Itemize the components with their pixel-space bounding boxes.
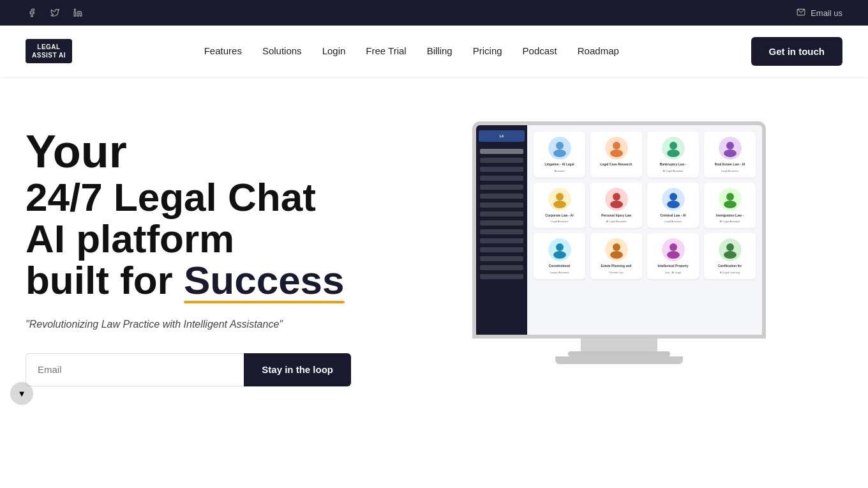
card-sub: Lawyer Assistant [550, 271, 569, 274]
svg-point-37 [726, 243, 734, 251]
svg-point-14 [724, 149, 737, 157]
email-signup-row: Stay in the loop [26, 353, 351, 386]
card-title: Bankruptcy Law - [660, 162, 687, 167]
sidebar-mock-item [480, 202, 523, 208]
nav-features-link[interactable]: Features [204, 45, 242, 56]
monitor-avatar [719, 137, 742, 160]
logo-text-2: ASSIST AI [32, 52, 66, 59]
card-sub: Legal Assistant [664, 220, 682, 223]
card-title: Legal Case Research [600, 162, 632, 167]
monitor-avatar [605, 238, 628, 261]
svg-point-29 [553, 251, 566, 259]
nav-free-trial-link[interactable]: Free Trial [366, 45, 406, 56]
logo-text-1: LEGAL [37, 43, 60, 50]
logo: LEGAL ASSIST AI [26, 39, 72, 63]
sidebar-mock-item [480, 229, 523, 234]
nav-billing-link[interactable]: Billing [427, 45, 453, 56]
monitor-card: Bankruptcy Law - AI Legal Assistant [647, 132, 699, 178]
monitor-avatar [605, 188, 628, 211]
svg-point-10 [670, 142, 677, 149]
monitor-sidebar: LA [476, 125, 527, 335]
svg-point-28 [556, 243, 564, 251]
monitor-avatar [662, 137, 685, 160]
sidebar-mock-item [480, 247, 523, 252]
svg-point-19 [613, 193, 620, 201]
svg-point-20 [610, 201, 623, 208]
monitor-card: Immigration Law - AI Legal Assistant [704, 183, 756, 229]
navbar: LEGAL ASSIST AI Features Solutions Login… [0, 26, 868, 77]
sidebar-mock-item [480, 158, 523, 163]
card-title: Intellectual Property [657, 264, 688, 268]
linkedin-icon[interactable] [71, 6, 84, 19]
svg-point-31 [613, 243, 620, 251]
monitor-avatar [662, 188, 685, 211]
card-title: Immigration Law - [716, 213, 744, 218]
sidebar-mock-item [480, 185, 523, 190]
card-title: Criminal Law - AI [660, 213, 685, 218]
svg-point-1 [74, 9, 75, 10]
email-us-label: Email us [811, 8, 842, 18]
card-title: Corporate Law - AI [545, 213, 573, 218]
twitter-icon[interactable] [49, 6, 61, 19]
svg-point-8 [610, 149, 623, 157]
monitor-card: Legal Case Research [590, 132, 642, 178]
monitor-card: Criminal Law - AI Legal Assistant [647, 183, 699, 229]
sidebar-mock-item [480, 274, 523, 279]
svg-point-26 [724, 201, 737, 208]
hero-subtitle: "Revolutionizing Law Practice with Intel… [26, 319, 396, 330]
card-sub: AI Legal Assistant [720, 220, 740, 223]
hero-illustration: LA [396, 115, 842, 364]
monitor-avatar [662, 238, 685, 261]
card-sub: AI Legal Learning [720, 271, 740, 274]
nav-solutions-link[interactable]: Solutions [262, 45, 302, 56]
monitor-avatar [719, 238, 742, 261]
monitor-avatar [548, 188, 571, 211]
svg-point-7 [613, 142, 620, 149]
nav-pricing-link[interactable]: Pricing [473, 45, 502, 56]
hero-line3: AI platform [26, 218, 396, 259]
monitor-avatar [605, 137, 628, 160]
email-input[interactable] [26, 353, 244, 386]
card-title: Certification for [718, 264, 742, 268]
hero-line1: Your [26, 128, 396, 176]
sidebar-mock-item [480, 149, 523, 154]
nav-roadmap-link[interactable]: Roadmap [578, 45, 619, 56]
monitor-logo-text: LA [500, 134, 504, 138]
monitor-cards-grid: Litigation - AI Legal Assistant Legal Ca… [534, 132, 756, 279]
email-us-area: Email us [797, 8, 842, 19]
svg-point-32 [610, 251, 623, 259]
get-in-touch-button[interactable]: Get in touch [751, 37, 843, 66]
sidebar-mock-item [480, 167, 523, 172]
monitor-content: Litigation - AI Legal Assistant Legal Ca… [527, 125, 762, 335]
card-sub: Legal Assistant [721, 169, 738, 172]
facebook-icon[interactable] [26, 6, 38, 19]
stay-in-loop-button[interactable]: Stay in the loop [244, 353, 351, 386]
nav-login-link[interactable]: Login [322, 45, 346, 56]
svg-rect-0 [74, 11, 75, 16]
logo-area: LEGAL ASSIST AI [26, 39, 72, 63]
hero-line2: 24/7 Legal Chat [26, 176, 396, 218]
monitor-logo: LA [479, 130, 525, 142]
monitor-card: Litigation - AI Legal Assistant [534, 132, 585, 178]
sidebar-mock-item [480, 256, 523, 261]
card-title: Real Estate Law - AI [715, 162, 745, 167]
svg-point-23 [667, 201, 680, 208]
scroll-down-button[interactable]: ▼ [10, 382, 33, 405]
nav-podcast-link[interactable]: Podcast [523, 45, 557, 56]
topbar: Email us [0, 0, 868, 26]
monitor-card: Constitutional Lawyer Assistant [534, 233, 585, 279]
svg-point-4 [556, 142, 564, 149]
hero-section: Your 24/7 Legal Chat AI platform built f… [0, 77, 868, 488]
hero-success-word: Success [184, 259, 345, 301]
hero-text: Your 24/7 Legal Chat AI platform built f… [26, 115, 396, 386]
sidebar-mock-item [480, 194, 523, 199]
card-sub: Legal Assistant [551, 220, 568, 223]
monitor-avatar [719, 188, 742, 211]
monitor-card: Estate Planning and Probate Law [590, 233, 642, 279]
card-sub: Assistant [554, 169, 564, 172]
monitor-stand [581, 339, 657, 356]
svg-point-5 [553, 149, 566, 157]
hero-line4: built for Success [26, 259, 396, 301]
svg-point-22 [670, 193, 677, 201]
hero-line4-prefix: built for [26, 258, 173, 302]
